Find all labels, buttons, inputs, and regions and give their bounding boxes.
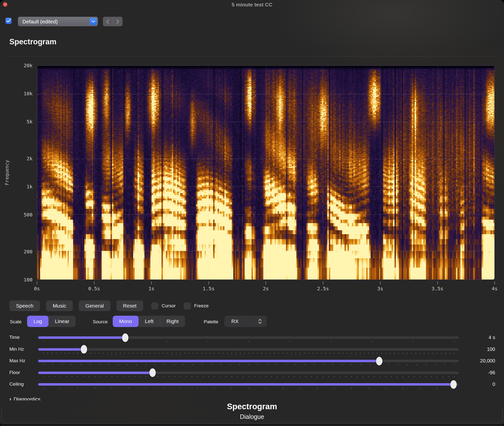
slider-tick	[340, 376, 340, 377]
slider-tick	[377, 353, 378, 354]
slider-track-ceiling[interactable]	[38, 383, 459, 386]
slider-tick	[372, 341, 372, 342]
slider-thumb-floor[interactable]	[149, 368, 156, 377]
preset-dropdown[interactable]: Default (edited)	[18, 17, 98, 26]
slider-tick	[90, 353, 91, 354]
slider-tick	[72, 376, 72, 377]
x-tick-mark	[151, 281, 152, 284]
slider-tick	[197, 388, 198, 389]
slider-tick	[444, 364, 445, 365]
slider-tick	[60, 353, 61, 354]
preset-enable-checkbox[interactable]	[5, 18, 12, 24]
slider-tick	[239, 364, 240, 365]
slider-tick	[249, 376, 249, 377]
palette-value: RX	[231, 318, 238, 324]
checkbox-cursor[interactable]	[151, 302, 158, 310]
slider-tick	[154, 353, 155, 354]
window-title: 5 minute test CC	[0, 2, 504, 8]
slider-tick	[260, 376, 261, 377]
slider-tick	[220, 364, 221, 365]
slider-tick	[374, 376, 375, 377]
source-segmented-control-option-left[interactable]: Left	[139, 316, 160, 327]
slider-track-floor[interactable]	[38, 372, 459, 374]
slider-tick	[86, 353, 87, 354]
source-segmented-control-option-mono[interactable]: Mono	[113, 316, 139, 327]
slider-tick	[317, 376, 318, 377]
slider-tick	[163, 353, 164, 354]
slider-tick	[271, 376, 272, 377]
slider-tick	[415, 353, 416, 354]
slider-tick	[407, 353, 408, 354]
slider-tick	[214, 376, 215, 377]
preset-button-speech[interactable]: Speech	[9, 300, 40, 311]
slider-tick	[351, 388, 352, 389]
checkbox-label: Cursor	[162, 303, 176, 309]
slider-tick	[437, 353, 437, 354]
slider-track-time[interactable]	[38, 336, 459, 339]
slider-tick	[90, 364, 91, 365]
slider-thumb-min-hz[interactable]	[81, 345, 87, 354]
slider-tick	[332, 364, 333, 365]
x-tick-label: 0.5s	[79, 286, 109, 292]
slider-tick	[150, 353, 151, 354]
page-title: Spectrogram	[9, 37, 56, 46]
slider-tick	[249, 341, 249, 342]
slider-tick	[163, 388, 164, 389]
preset-prev-button[interactable]	[103, 17, 113, 26]
slider-tick	[286, 364, 286, 365]
chevron-right-icon	[116, 19, 119, 24]
slider-thumb-max-hz[interactable]	[376, 357, 382, 365]
slider-tick	[283, 376, 284, 377]
preset-button-music[interactable]: Music	[46, 300, 73, 311]
slider-tick	[330, 353, 331, 354]
slider-tick	[311, 376, 312, 377]
slider-tick	[428, 353, 429, 354]
preset-name: Default (edited)	[22, 19, 58, 25]
slider-tick	[155, 364, 156, 365]
checkbox-freeze[interactable]	[184, 302, 191, 310]
slider-tick	[305, 376, 306, 377]
preset-button-row: SpeechMusicGeneralResetCursorFreeze	[9, 300, 209, 311]
slider-tick	[437, 376, 437, 377]
slider-thumb-time[interactable]	[122, 333, 128, 342]
preset-next-button[interactable]	[113, 17, 123, 26]
slider-tick	[214, 353, 215, 354]
slider-track-min-hz[interactable]	[38, 348, 459, 351]
slider-tick	[111, 376, 112, 377]
slider-tick	[432, 353, 433, 354]
slider-tick	[317, 353, 318, 354]
slider-tick	[402, 388, 403, 389]
slider-tick	[191, 376, 192, 377]
scale-segmented-control: LogLinear	[27, 316, 76, 327]
slider-tick	[52, 353, 52, 354]
scale-segmented-control-option-log[interactable]: Log	[27, 316, 48, 327]
x-tick-label: 4s	[480, 286, 504, 292]
slider-thumb-ceiling[interactable]	[450, 380, 457, 389]
slider-tick	[357, 376, 358, 377]
slider-tick	[60, 376, 61, 377]
slider-tick	[364, 353, 365, 354]
updown-chevrons-icon	[258, 319, 262, 324]
scale-segmented-control-option-linear[interactable]: Linear	[48, 316, 76, 327]
preset-button-reset[interactable]: Reset	[116, 300, 143, 311]
chevron-down-icon	[90, 18, 97, 25]
slider-tick	[134, 376, 135, 377]
slider-tick	[257, 353, 258, 354]
diagnostics-disclosure[interactable]: › Diagnostics	[9, 396, 40, 400]
source-segmented-control-option-right[interactable]: Right	[160, 316, 185, 327]
slider-tick	[223, 353, 223, 354]
slider-tick	[454, 364, 455, 365]
slider-fill	[38, 383, 454, 386]
preset-button-general[interactable]: General	[79, 300, 110, 311]
x-tick-mark	[380, 281, 380, 284]
slider-tick	[111, 388, 112, 389]
slider-tick	[331, 341, 331, 342]
slider-tick	[334, 376, 335, 377]
slider-tick	[73, 353, 74, 354]
slider-tick	[157, 376, 158, 377]
slider-tick	[77, 353, 78, 354]
slider-tick	[230, 364, 231, 365]
palette-select[interactable]: RX	[224, 316, 267, 327]
slider-tick	[407, 364, 408, 365]
slider-track-max-hz[interactable]	[38, 360, 459, 362]
